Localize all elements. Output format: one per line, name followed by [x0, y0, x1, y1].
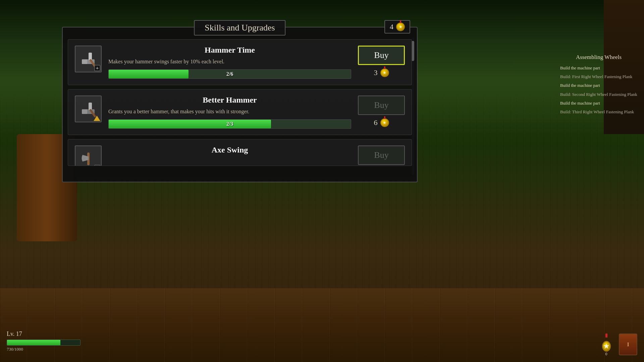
quest-step-0: Build the machine part [560, 65, 637, 71]
skill-cost-medal-2 [380, 118, 389, 127]
buy-button-axe-swing[interactable]: Buy [358, 145, 405, 165]
axe-icon-badge: + [94, 165, 100, 166]
bottom-right-hud: 0 I [597, 334, 637, 355]
hud-medal-label: 0 [605, 352, 607, 357]
quest-step-3: Build: Second Right Wheel Fastening Plan… [560, 92, 637, 98]
skill-card-better-hammer: Better Hammer Grants you a better hammer… [68, 89, 412, 135]
player-xp-fill [7, 340, 60, 345]
skill-card-hammer-time: + Hammer Time Makes your hammer swings f… [68, 39, 412, 85]
player-level-label: Lv. 17 [7, 330, 80, 338]
skill-icon-badge-plus: + [94, 65, 100, 71]
cost-ribbon-2 [384, 116, 385, 119]
ui-overlay: Skills and Upgrades 4 [0, 0, 644, 362]
currency-display: 4 [384, 20, 410, 34]
skill-buy-area-better-hammer: Buy 6 [358, 96, 405, 127]
hud-ribbon [605, 334, 607, 338]
svg-rect-2 [82, 59, 87, 64]
skill-icon-hammer-time: + [75, 46, 102, 72]
skills-panel: Skills and Upgrades 4 [62, 27, 418, 182]
cost-ribbon [384, 66, 385, 69]
buy-button-hammer-time[interactable]: Buy [358, 46, 405, 65]
skill-cost-hammer-time: 3 [374, 68, 389, 77]
axe-icon [79, 150, 98, 166]
player-hud: Lv. 17 730/1000 [7, 330, 80, 352]
medal-ribbon [400, 20, 401, 23]
hud-bag-label: I [627, 342, 629, 348]
skill-icon-better-hammer [75, 96, 102, 122]
quest-step-2: Build the machine part [560, 82, 637, 88]
skills-list: + Hammer Time Makes your hammer swings f… [63, 34, 417, 175]
skills-panel-title: Skills and Upgrades [194, 20, 285, 36]
quest-step-1: Build: First Right Wheel Fastening Plank [560, 74, 637, 80]
skill-info-better-hammer: Better Hammer Grants you a better hammer… [108, 96, 351, 129]
quest-title: Assembling Wheels [560, 54, 637, 61]
skill-progress-bar-better-hammer: 2/3 [108, 119, 351, 129]
buy-button-better-hammer[interactable]: Buy [358, 96, 405, 115]
svg-rect-1 [89, 53, 92, 60]
skill-icon-badge-triangle [94, 116, 100, 121]
skill-desc-hammer-time: Makes your hammer swings faster by 10% e… [108, 59, 351, 65]
player-xp-bar [7, 340, 80, 346]
scrollbar-thumb[interactable] [412, 41, 414, 61]
quest-panel: Assembling Wheels Build the machine part… [560, 54, 637, 118]
skill-info-hammer-time: Hammer Time Makes your hammer swings fas… [108, 46, 351, 79]
hud-medal [602, 341, 611, 352]
skill-icon-axe-swing: + [75, 145, 102, 166]
skill-name-better-hammer: Better Hammer [108, 96, 351, 105]
skill-cost-amount: 3 [374, 68, 378, 77]
skill-desc-better-hammer: Grants you a better hammer, that makes y… [108, 109, 351, 115]
currency-amount: 4 [390, 22, 393, 31]
svg-rect-6 [82, 109, 87, 114]
svg-rect-5 [89, 103, 92, 110]
skill-progress-text-hammer-time: 2/6 [109, 70, 351, 78]
skill-info-axe-swing: Axe Swing [108, 145, 351, 159]
skill-progress-text-better-hammer: 2/3 [109, 120, 351, 128]
skill-cost-amount-2: 6 [374, 118, 378, 127]
skill-buy-area-axe-swing: Buy [358, 145, 405, 165]
scrollbar[interactable] [412, 38, 414, 175]
skill-cost-better-hammer: 6 [374, 118, 389, 127]
hud-medal-icon: 0 [597, 337, 615, 355]
hud-bag-icon: I [619, 334, 637, 355]
player-xp-text: 730/1000 [7, 347, 80, 352]
currency-medal-icon [396, 22, 405, 31]
skill-cost-medal [380, 68, 389, 77]
quest-step-5: Build: Third Right Wheel Fastening Plank [560, 109, 637, 115]
skill-card-axe-swing: + Axe Swing Buy [68, 139, 412, 166]
skill-name-hammer-time: Hammer Time [108, 46, 351, 55]
quest-step-4: Build the machine part [560, 100, 637, 106]
skill-name-axe-swing: Axe Swing [108, 145, 351, 155]
skill-buy-area-hammer-time: Buy 3 [358, 46, 405, 77]
skill-progress-bar-hammer-time: 2/6 [108, 69, 351, 79]
